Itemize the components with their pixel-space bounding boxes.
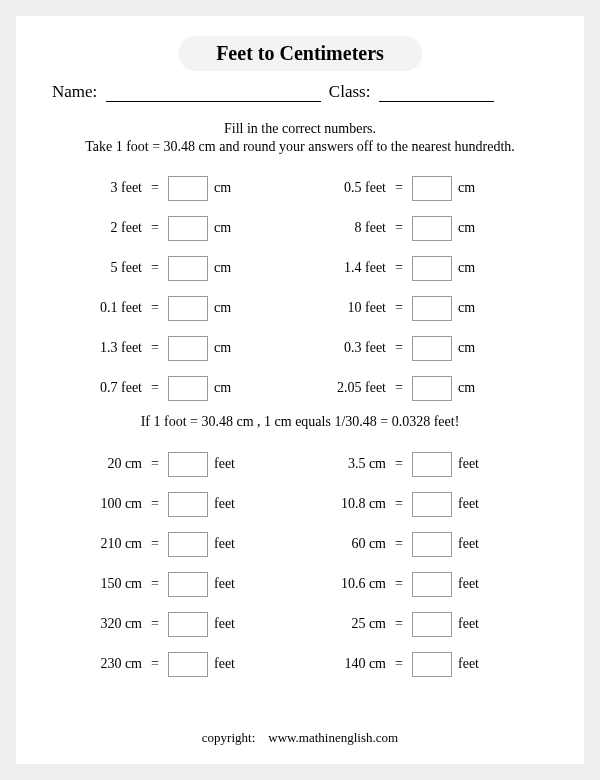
equals-sign: =	[392, 260, 406, 276]
problem-cell: 10.8 cm=feet	[300, 492, 544, 517]
equals-sign: =	[392, 380, 406, 396]
answer-box[interactable]	[412, 376, 452, 401]
copyright: copyright: www.mathinenglish.com	[16, 730, 584, 746]
prompt-value: 0.1 feet	[56, 300, 148, 316]
prompt-value: 1.3 feet	[56, 340, 148, 356]
equals-sign: =	[148, 380, 162, 396]
problem-cell: 20 cm=feet	[56, 452, 300, 477]
name-label: Name:	[52, 82, 97, 101]
result-unit: feet	[214, 616, 250, 632]
answer-box[interactable]	[168, 492, 208, 517]
equals-sign: =	[392, 300, 406, 316]
result-unit: cm	[214, 340, 250, 356]
answer-box[interactable]	[412, 216, 452, 241]
answer-box[interactable]	[412, 452, 452, 477]
class-label: Class:	[329, 82, 371, 101]
answer-box[interactable]	[168, 296, 208, 321]
answer-box[interactable]	[412, 612, 452, 637]
problem-cell: 210 cm=feet	[56, 532, 300, 557]
cm-to-feet-grid: 20 cm=feet3.5 cm=feet100 cm=feet10.8 cm=…	[56, 444, 544, 684]
prompt-value: 140 cm	[300, 656, 392, 672]
equals-sign: =	[148, 180, 162, 196]
problem-cell: 1.4 feet=cm	[300, 256, 544, 281]
result-unit: cm	[214, 300, 250, 316]
prompt-value: 2.05 feet	[300, 380, 392, 396]
result-unit: cm	[458, 300, 494, 316]
equals-sign: =	[392, 180, 406, 196]
answer-box[interactable]	[168, 256, 208, 281]
problem-cell: 60 cm=feet	[300, 532, 544, 557]
prompt-value: 60 cm	[300, 536, 392, 552]
problem-cell: 100 cm=feet	[56, 492, 300, 517]
answer-box[interactable]	[412, 532, 452, 557]
name-blank[interactable]	[106, 87, 321, 102]
answer-box[interactable]	[412, 652, 452, 677]
class-blank[interactable]	[379, 87, 494, 102]
equals-sign: =	[148, 220, 162, 236]
equals-sign: =	[392, 496, 406, 512]
prompt-value: 210 cm	[56, 536, 148, 552]
problem-row: 100 cm=feet10.8 cm=feet	[56, 484, 544, 524]
answer-box[interactable]	[168, 652, 208, 677]
problem-cell: 10.6 cm=feet	[300, 572, 544, 597]
prompt-value: 10.8 cm	[300, 496, 392, 512]
problem-cell: 0.1 feet=cm	[56, 296, 300, 321]
equals-sign: =	[392, 340, 406, 356]
equals-sign: =	[148, 536, 162, 552]
equals-sign: =	[148, 496, 162, 512]
answer-box[interactable]	[412, 572, 452, 597]
prompt-value: 150 cm	[56, 576, 148, 592]
problem-cell: 320 cm=feet	[56, 612, 300, 637]
answer-box[interactable]	[168, 532, 208, 557]
instruction-line-2: Take 1 foot = 30.48 cm and round your an…	[16, 138, 584, 156]
answer-box[interactable]	[168, 336, 208, 361]
answer-box[interactable]	[412, 336, 452, 361]
answer-box[interactable]	[168, 612, 208, 637]
problem-row: 20 cm=feet3.5 cm=feet	[56, 444, 544, 484]
problem-cell: 3.5 cm=feet	[300, 452, 544, 477]
prompt-value: 230 cm	[56, 656, 148, 672]
worksheet-title: Feet to Centimeters	[178, 36, 422, 71]
problem-cell: 2 feet=cm	[56, 216, 300, 241]
answer-box[interactable]	[168, 452, 208, 477]
result-unit: feet	[458, 536, 494, 552]
prompt-value: 2 feet	[56, 220, 148, 236]
answer-box[interactable]	[168, 376, 208, 401]
problem-cell: 10 feet=cm	[300, 296, 544, 321]
prompt-value: 0.5 feet	[300, 180, 392, 196]
equals-sign: =	[392, 656, 406, 672]
prompt-value: 8 feet	[300, 220, 392, 236]
result-unit: feet	[214, 576, 250, 592]
answer-box[interactable]	[168, 216, 208, 241]
answer-box[interactable]	[168, 572, 208, 597]
answer-box[interactable]	[412, 492, 452, 517]
feet-to-cm-grid: 3 feet=cm0.5 feet=cm2 feet=cm8 feet=cm5 …	[56, 168, 544, 408]
result-unit: cm	[458, 380, 494, 396]
prompt-value: 5 feet	[56, 260, 148, 276]
result-unit: cm	[458, 220, 494, 236]
prompt-value: 320 cm	[56, 616, 148, 632]
prompt-value: 25 cm	[300, 616, 392, 632]
instruction-line-1: Fill in the correct numbers.	[16, 120, 584, 138]
copyright-label: copyright:	[202, 730, 255, 745]
problem-row: 1.3 feet=cm0.3 feet=cm	[56, 328, 544, 368]
equals-sign: =	[392, 616, 406, 632]
result-unit: cm	[214, 180, 250, 196]
prompt-value: 3 feet	[56, 180, 148, 196]
problem-row: 210 cm=feet60 cm=feet	[56, 524, 544, 564]
answer-box[interactable]	[412, 256, 452, 281]
problem-row: 230 cm=feet140 cm=feet	[56, 644, 544, 684]
problem-cell: 3 feet=cm	[56, 176, 300, 201]
equals-sign: =	[148, 656, 162, 672]
result-unit: feet	[458, 456, 494, 472]
name-class-row: Name: Class:	[52, 82, 548, 102]
prompt-value: 10.6 cm	[300, 576, 392, 592]
problem-row: 2 feet=cm8 feet=cm	[56, 208, 544, 248]
answer-box[interactable]	[168, 176, 208, 201]
answer-box[interactable]	[412, 296, 452, 321]
equals-sign: =	[148, 300, 162, 316]
result-unit: cm	[458, 340, 494, 356]
result-unit: cm	[214, 220, 250, 236]
answer-box[interactable]	[412, 176, 452, 201]
result-unit: cm	[214, 380, 250, 396]
